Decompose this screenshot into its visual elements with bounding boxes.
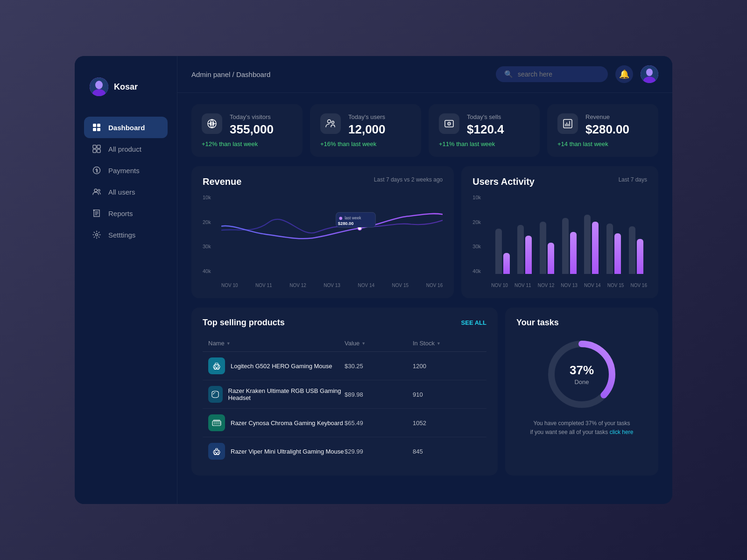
stat-change-1: +16% than last week bbox=[320, 140, 411, 147]
charts-row: Revenue Last 7 days vs 2 weeks ago 40k30… bbox=[191, 166, 658, 298]
sidebar-item-reports[interactable]: Reports bbox=[84, 203, 168, 224]
activity-x-label: NOV 15 bbox=[607, 283, 624, 288]
revenue-line-svg: last week $280.00 bbox=[221, 195, 443, 262]
revenue-chart-card: Revenue Last 7 days vs 2 weeks ago 40k30… bbox=[191, 166, 454, 298]
column-header-2[interactable]: In Stock▼ bbox=[413, 340, 481, 347]
sidebar-item-settings[interactable]: Setttings bbox=[84, 224, 168, 245]
donut-percent: 37% bbox=[570, 363, 594, 378]
svg-point-24 bbox=[449, 123, 450, 124]
stat-icon-0 bbox=[202, 113, 222, 134]
stat-label-2: Today's sells bbox=[467, 113, 529, 120]
svg-rect-40 bbox=[216, 448, 218, 450]
svg-rect-25 bbox=[564, 119, 572, 128]
revenue-x-label: NOV 13 bbox=[324, 283, 340, 288]
dashboard-label: Dashboard bbox=[108, 124, 145, 132]
table-columns-header: Name▼Value▼In Stock▼ bbox=[203, 335, 486, 352]
svg-point-16 bbox=[646, 69, 653, 76]
svg-rect-4 bbox=[97, 124, 100, 127]
activity-x-label: NOV 12 bbox=[538, 283, 555, 288]
activity-chart-card: Users Activity Last 7 days 40k30k20k10k bbox=[461, 166, 658, 298]
activity-chart-header: Users Activity Last 7 days bbox=[472, 176, 647, 187]
bar-pair bbox=[606, 224, 621, 274]
notification-button[interactable]: 🔔 bbox=[615, 65, 633, 83]
username-label: Kosar bbox=[114, 82, 138, 92]
revenue-y-axis: 40k30k20k10k bbox=[203, 195, 219, 274]
revenue-x-label: NOV 12 bbox=[289, 283, 306, 288]
bar-pair bbox=[629, 226, 643, 274]
bar-pair bbox=[562, 218, 577, 274]
product-thumb bbox=[208, 386, 223, 403]
activity-x-label: NOV 16 bbox=[630, 283, 647, 288]
tasks-description: You have completed 37% of your tasksif y… bbox=[530, 419, 634, 437]
dashboard-icon bbox=[92, 122, 102, 133]
bar-background bbox=[606, 224, 613, 274]
stat-change-3: +14 than last week bbox=[557, 140, 648, 147]
nav-menu: DashboardAll productPaymentsAll usersRep… bbox=[84, 117, 168, 245]
main-content: Admin panel / Dashboard 🔍 🔔 bbox=[177, 56, 672, 504]
bar-fill bbox=[592, 222, 599, 274]
settings-icon bbox=[92, 230, 102, 240]
svg-rect-36 bbox=[213, 420, 220, 421]
svg-rect-34 bbox=[215, 363, 218, 365]
see-all-button[interactable]: SEE ALL bbox=[461, 319, 486, 326]
bar-pair bbox=[517, 225, 532, 274]
stat-icon-2 bbox=[439, 113, 459, 134]
svg-text:$280.00: $280.00 bbox=[338, 221, 354, 226]
product-stock: 910 bbox=[413, 391, 481, 398]
stat-change-2: +11% than last week bbox=[439, 140, 529, 147]
payments-icon bbox=[92, 165, 102, 175]
col-label: In Stock bbox=[413, 340, 435, 347]
search-input[interactable] bbox=[518, 70, 599, 78]
sidebar-item-all-users[interactable]: All users bbox=[84, 181, 168, 203]
donut-chart: 37% Done bbox=[544, 337, 619, 412]
product-value: $29.99 bbox=[345, 448, 413, 455]
svg-rect-6 bbox=[97, 128, 100, 131]
stat-cards: Today's visitors 355,000 +12% than last … bbox=[191, 104, 658, 157]
svg-point-12 bbox=[94, 189, 97, 192]
user-profile: Kosar bbox=[84, 70, 168, 104]
product-cell: Logitech G502 HERO Gaming Mouse bbox=[208, 357, 345, 374]
bar-fill bbox=[570, 232, 577, 274]
product-thumb bbox=[208, 414, 225, 431]
avatar bbox=[90, 77, 108, 96]
bar-background bbox=[540, 222, 546, 274]
product-name: Razer Viper Mini Ultralight Gaming Mouse bbox=[231, 448, 344, 455]
bar-background bbox=[562, 218, 569, 274]
sidebar: Kosar DashboardAll productPaymentsAll us… bbox=[75, 56, 177, 504]
activity-y-label: 10k bbox=[472, 195, 489, 200]
table-body: Logitech G502 HERO Gaming Mouse $30.25 1… bbox=[203, 352, 486, 465]
tasks-title: Your tasks bbox=[516, 318, 559, 328]
sidebar-item-all-product[interactable]: All product bbox=[84, 138, 168, 160]
bottom-row: Top selling products SEE ALL Name▼Value▼… bbox=[191, 308, 658, 476]
svg-rect-35 bbox=[212, 421, 221, 426]
sidebar-item-dashboard[interactable]: Dashboard bbox=[84, 117, 168, 138]
all-product-icon bbox=[92, 144, 102, 154]
svg-point-14 bbox=[96, 234, 98, 236]
bar-pair bbox=[495, 229, 510, 274]
bar-fill bbox=[548, 243, 554, 274]
svg-rect-7 bbox=[93, 145, 96, 148]
bar-fill bbox=[637, 239, 643, 274]
table-header: Top selling products SEE ALL bbox=[203, 318, 486, 328]
search-box[interactable]: 🔍 bbox=[496, 66, 608, 82]
activity-y-label: 30k bbox=[472, 244, 489, 249]
product-name: Logitech G502 HERO Gaming Mouse bbox=[231, 363, 332, 370]
header-avatar[interactable] bbox=[641, 65, 658, 83]
column-header-0[interactable]: Name▼ bbox=[208, 340, 345, 347]
bar-background bbox=[517, 225, 524, 274]
column-header-1[interactable]: Value▼ bbox=[345, 340, 413, 347]
revenue-x-label: NOV 14 bbox=[358, 283, 374, 288]
product-cell: Razer Cynosa Chroma Gaming Keyboard bbox=[208, 414, 345, 431]
top-products-card: Top selling products SEE ALL Name▼Value▼… bbox=[191, 308, 498, 476]
content-area: Today's visitors 355,000 +12% than last … bbox=[177, 93, 672, 504]
product-cell: Razer Kraken Ultimate RGB USB Gaming Hea… bbox=[208, 386, 345, 403]
tasks-link[interactable]: click here bbox=[610, 429, 634, 435]
product-value: $30.25 bbox=[345, 363, 413, 370]
all-users-label: All users bbox=[108, 188, 135, 196]
svg-point-21 bbox=[332, 121, 334, 124]
sidebar-item-payments[interactable]: Payments bbox=[84, 160, 168, 181]
breadcrumb: Admin panel / Dashboard bbox=[191, 70, 270, 78]
payments-label: Payments bbox=[108, 167, 140, 175]
revenue-y-label: 40k bbox=[203, 268, 219, 274]
svg-point-20 bbox=[328, 120, 331, 123]
